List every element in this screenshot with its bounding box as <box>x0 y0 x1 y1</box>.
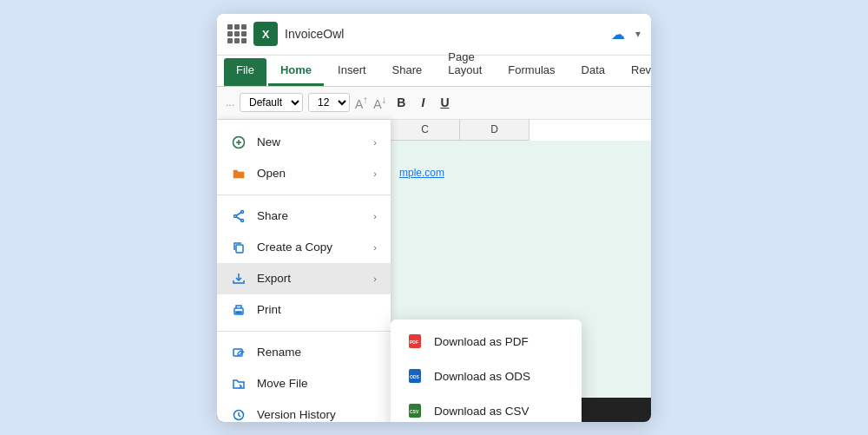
svg-point-3 <box>241 210 244 213</box>
submenu-item-ods[interactable]: Download as ODS <box>391 359 582 394</box>
new-arrow: › <box>373 137 377 148</box>
share-icon <box>231 208 247 224</box>
menu-item-move-file[interactable]: Move File <box>217 368 391 399</box>
ods-label: Download as ODS <box>434 370 530 383</box>
open-label: Open <box>257 167 363 180</box>
move-file-label: Move File <box>257 377 377 390</box>
csv-label: Download as CSV <box>434 405 529 418</box>
pdf-icon <box>406 333 424 351</box>
menu-item-share[interactable]: Share › <box>217 201 391 232</box>
menu-item-create-copy[interactable]: Create a Copy › <box>217 232 391 263</box>
cloud-save-icon: ☁ <box>611 26 625 43</box>
spreadsheet-body: C D mple.com Inv # Descriptio <box>217 120 651 422</box>
title-bar: X InvoiceOwl ☁ ▾ <box>217 14 651 56</box>
export-label: Export <box>257 272 363 285</box>
underline-button[interactable]: U <box>435 94 454 111</box>
col-header-d: D <box>460 120 529 141</box>
excel-logo-icon: X <box>253 22 278 46</box>
open-icon <box>231 166 247 181</box>
tab-share[interactable]: Share <box>380 58 435 86</box>
svg-point-4 <box>241 219 244 221</box>
menu-item-version-history[interactable]: Version History <box>217 399 391 422</box>
grid-icon[interactable] <box>227 24 247 43</box>
rename-icon <box>231 345 247 360</box>
app-window: X InvoiceOwl ☁ ▾ File Home Insert Share … <box>217 14 651 422</box>
pdf-label: Download as PDF <box>434 335 529 348</box>
tab-file[interactable]: File <box>224 58 266 86</box>
create-copy-arrow: › <box>373 242 377 253</box>
print-label: Print <box>257 303 377 316</box>
open-arrow: › <box>373 168 377 179</box>
menu-item-open[interactable]: Open › <box>217 158 391 189</box>
file-menu: New › Open › <box>217 120 391 422</box>
svg-line-7 <box>237 217 241 220</box>
version-history-label: Version History <box>257 408 377 421</box>
app-title: InvoiceOwl <box>285 27 604 41</box>
export-icon <box>231 271 247 287</box>
divider-2 <box>217 331 391 332</box>
print-icon <box>231 302 247 318</box>
csv-icon <box>406 403 424 420</box>
font-family-select[interactable]: Default <box>240 93 303 112</box>
svg-line-6 <box>237 213 241 215</box>
tab-insert[interactable]: Insert <box>326 58 378 86</box>
tab-page-layout[interactable]: Page Layout <box>436 45 494 86</box>
cell-email: mple.com <box>399 167 444 179</box>
font-size-select[interactable]: 12 <box>308 93 350 112</box>
tab-review[interactable]: Rev... <box>619 58 651 86</box>
menu-item-export[interactable]: Export › <box>217 263 391 294</box>
copy-icon <box>231 240 247 255</box>
font-shrink-icon[interactable]: A↓ <box>373 94 386 111</box>
italic-button[interactable]: I <box>416 94 430 111</box>
column-headers: C D <box>391 120 529 141</box>
ods-icon <box>406 368 424 386</box>
export-arrow: › <box>373 274 377 284</box>
tab-data[interactable]: Data <box>569 58 617 86</box>
menu-item-new[interactable]: New › <box>217 127 391 158</box>
col-header-c: C <box>391 120 460 141</box>
font-grow-icon[interactable]: A↑ <box>355 94 368 111</box>
bold-button[interactable]: B <box>391 94 411 111</box>
ribbon-tabs: File Home Insert Share Page Layout Formu… <box>217 56 651 87</box>
toolbar-ellipsis: ... <box>226 96 234 109</box>
move-file-icon <box>231 376 247 392</box>
share-arrow: › <box>373 211 377 221</box>
svg-rect-11 <box>236 312 241 313</box>
tab-home[interactable]: Home <box>268 58 324 86</box>
create-copy-label: Create a Copy <box>257 241 363 254</box>
version-history-icon <box>231 407 247 422</box>
menu-item-print[interactable]: Print <box>217 294 391 326</box>
chevron-down-icon[interactable]: ▾ <box>635 28 641 40</box>
submenu-item-csv[interactable]: Download as CSV <box>391 394 582 422</box>
divider-1 <box>217 194 391 195</box>
new-label: New <box>257 135 363 148</box>
svg-rect-8 <box>236 245 243 253</box>
svg-point-5 <box>234 214 237 217</box>
tab-formulas[interactable]: Formulas <box>496 58 567 86</box>
new-icon <box>231 135 247 150</box>
rename-label: Rename <box>257 346 377 359</box>
toolbar-row: ... Default 12 A↑ A↓ B I U <box>217 87 651 120</box>
submenu-item-pdf[interactable]: Download as PDF <box>391 325 582 359</box>
export-submenu: Download as PDF Download as ODS Download… <box>391 320 582 422</box>
menu-item-rename[interactable]: Rename <box>217 337 391 368</box>
share-label: Share <box>257 209 363 222</box>
